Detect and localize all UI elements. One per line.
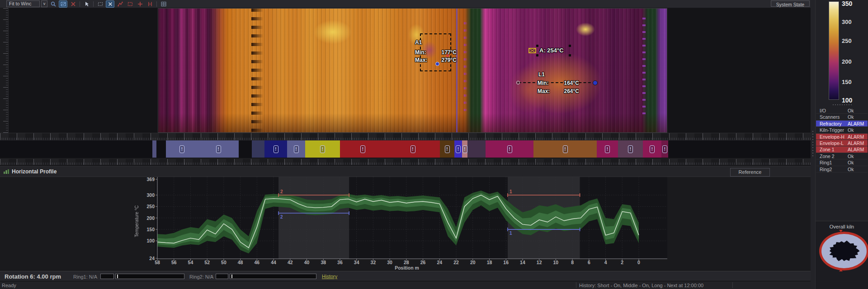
- zone-segment[interactable]: !: [454, 140, 462, 158]
- status-row[interactable]: Ring1Ok: [816, 159, 868, 166]
- thermal-image[interactable]: A1 Min:177°C Max:279°C A: 254°C L1 Min:1…: [158, 8, 667, 133]
- status-row[interactable]: Envelope-LALARM: [816, 140, 868, 146]
- min-value: 177°C: [442, 49, 457, 56]
- zone-alarm-icon: !: [662, 145, 667, 153]
- x-axis-tick-label: 18: [484, 260, 494, 265]
- status-name: Ring1: [820, 159, 832, 166]
- history-link[interactable]: History: [322, 274, 337, 279]
- ready-status: Ready: [2, 283, 16, 288]
- zone-segment[interactable]: !: [440, 140, 454, 158]
- y-axis-tick-label: 369: [134, 177, 155, 182]
- cursor-icon[interactable]: [82, 0, 91, 8]
- x-axis-tick-label: 22: [451, 260, 461, 265]
- zone-segment[interactable]: !: [264, 140, 287, 158]
- ring1-value-box: [100, 274, 114, 279]
- selection-handle[interactable]: [569, 45, 571, 47]
- x-axis-tick-label: 34: [352, 260, 362, 265]
- zone-alarm-icon: !: [216, 145, 221, 153]
- zone-segment[interactable]: !: [198, 140, 239, 158]
- l1-start-marker[interactable]: [516, 81, 520, 84]
- x-axis-tick-label: 2: [617, 260, 627, 265]
- area-roi-icon[interactable]: [126, 0, 134, 8]
- spot-a-envelope-icon[interactable]: [528, 48, 536, 53]
- status-row[interactable]: Envelope-HALARM: [816, 134, 868, 140]
- delete-palette-icon[interactable]: [69, 0, 77, 8]
- zone-alarm-icon: !: [462, 145, 467, 153]
- zone-segment[interactable]: [152, 140, 156, 158]
- status-row[interactable]: Zone 2Ok: [816, 153, 868, 159]
- x-axis-tick-label: 30: [385, 260, 395, 265]
- colorbar-tick: 350: [842, 0, 864, 7]
- zone-alarm-icon: !: [445, 145, 450, 153]
- zone-segment[interactable]: !: [486, 140, 533, 158]
- panel-splitter-handle[interactable]: [833, 104, 852, 105]
- max-label: Max:: [538, 88, 550, 94]
- kiln-monitor-app: Fit to Winc v System State A1 Min:177°C …: [0, 0, 868, 289]
- status-row[interactable]: ScannersOk: [816, 114, 868, 120]
- zone-segment[interactable]: !: [533, 140, 597, 158]
- status-row[interactable]: Kiln-TriggerOk: [816, 127, 868, 133]
- selection-handle[interactable]: [569, 54, 571, 56]
- zone-alarm-icon: !: [650, 145, 655, 153]
- zone-segment[interactable]: !: [643, 140, 661, 158]
- x-axis-tick-label: 44: [269, 260, 278, 265]
- status-value: Ok: [848, 166, 854, 172]
- x-axis-tick-label: 26: [418, 260, 428, 265]
- grid-view-icon[interactable]: [159, 0, 168, 8]
- selection-handle[interactable]: [536, 54, 538, 56]
- zone-segment[interactable]: !: [597, 140, 618, 158]
- zone-segment[interactable]: !: [661, 140, 668, 158]
- status-name: Refractory: [820, 121, 841, 127]
- zone-alarm-icon: !: [360, 145, 365, 153]
- status-name: Scanners: [820, 114, 840, 120]
- zone-segment[interactable]: !: [287, 140, 305, 158]
- l1-end-marker[interactable]: [593, 80, 598, 85]
- zone-segment[interactable]: !: [305, 140, 340, 158]
- status-name: Zone 1: [820, 146, 835, 153]
- status-row[interactable]: Zone 1ALARM: [816, 146, 868, 153]
- x-axis-tick-label: 42: [285, 260, 295, 265]
- colorbar-tick: 200: [842, 58, 864, 65]
- view-mode-select[interactable]: Fit to Winc: [6, 0, 40, 7]
- point-roi-icon[interactable]: [136, 0, 144, 8]
- toolbar-divider: [80, 1, 80, 7]
- overall-kiln-gauge[interactable]: [819, 232, 868, 270]
- status-value: ALARM: [848, 140, 864, 146]
- system-status-table: I/OOkScannersOkRefractoryALARMKiln-Trigg…: [816, 107, 868, 172]
- zone-segment[interactable]: !: [618, 140, 643, 158]
- x-axis-tick-label: 28: [401, 260, 411, 265]
- status-row[interactable]: Ring2Ok: [816, 166, 868, 172]
- x-axis-tick-label: 58: [152, 260, 162, 265]
- view-mode-dropdown-arrow[interactable]: v: [41, 0, 47, 7]
- line-roi-icon[interactable]: [116, 0, 124, 8]
- status-row[interactable]: RefractoryALARM: [816, 121, 868, 127]
- temperature-color-scale[interactable]: [829, 1, 839, 100]
- status-name: I/O: [820, 107, 826, 114]
- panel-splitter[interactable]: [811, 0, 815, 289]
- a1-max-marker[interactable]: [446, 54, 449, 57]
- palette-icon[interactable]: [59, 0, 67, 8]
- horizontal-ruler-top: [0, 133, 811, 140]
- zoom-icon[interactable]: [49, 0, 57, 8]
- split-roi-icon[interactable]: [146, 0, 154, 8]
- zone-alarm-icon: !: [605, 145, 610, 153]
- status-value: Ok: [848, 153, 854, 159]
- x-axis-tick-label: 8: [567, 260, 577, 265]
- spot-a-label[interactable]: A: 254°C: [539, 47, 564, 54]
- zone-segment[interactable]: !: [340, 140, 386, 158]
- zone-segment[interactable]: [252, 140, 264, 158]
- zone-segment[interactable]: !: [166, 140, 198, 158]
- zone-segment[interactable]: !: [462, 140, 467, 158]
- clear-selection-icon[interactable]: [106, 0, 114, 8]
- a1-min-marker[interactable]: [435, 62, 439, 66]
- selection-handle[interactable]: [536, 45, 538, 47]
- zone-segment[interactable]: !: [386, 140, 440, 158]
- system-state-button[interactable]: System State: [771, 0, 810, 7]
- profile-chart[interactable]: 2211: [0, 165, 811, 270]
- status-value: Ok: [848, 159, 854, 166]
- overall-kiln-box: Overall kiln: [816, 221, 868, 289]
- status-row[interactable]: I/OOk: [816, 107, 868, 114]
- tick-marks-overlay: [464, 22, 467, 112]
- select-rect-icon[interactable]: [96, 0, 104, 8]
- zone-segment[interactable]: [467, 140, 486, 158]
